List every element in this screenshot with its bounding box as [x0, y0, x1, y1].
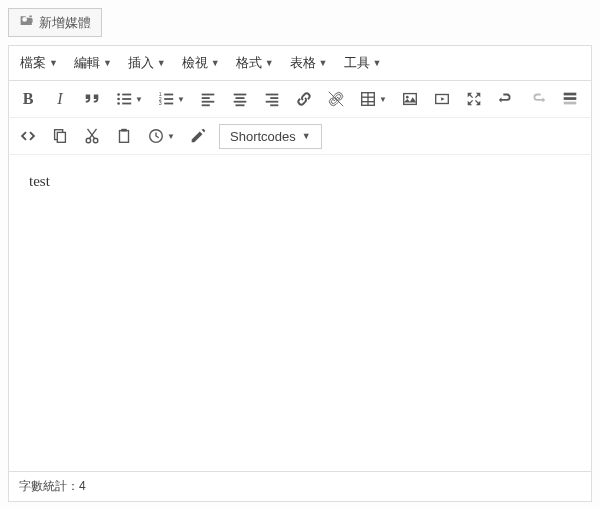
svg-text:3: 3 — [159, 100, 162, 106]
bullet-list-icon — [115, 90, 133, 108]
quote-icon — [83, 90, 101, 108]
camera-music-icon — [19, 13, 35, 32]
svg-rect-31 — [564, 93, 577, 96]
chevron-down-icon: ▼ — [302, 131, 311, 141]
video-icon — [433, 90, 451, 108]
image-icon — [401, 90, 419, 108]
image-button[interactable] — [395, 85, 425, 113]
svg-rect-12 — [202, 94, 215, 96]
svg-rect-38 — [120, 131, 129, 143]
bold-button[interactable]: B — [13, 85, 43, 113]
editor-text: test — [29, 173, 50, 189]
numbered-list-button[interactable]: 123▼ — [151, 85, 191, 113]
editor-content-area[interactable]: test — [8, 154, 592, 472]
svg-rect-19 — [236, 104, 245, 106]
svg-rect-5 — [122, 103, 131, 105]
word-count-value: 4 — [79, 479, 86, 493]
svg-rect-39 — [121, 129, 126, 132]
svg-rect-14 — [202, 101, 215, 103]
fullscreen-icon — [465, 90, 483, 108]
time-button[interactable]: ▼ — [141, 122, 181, 150]
link-button[interactable] — [289, 85, 319, 113]
align-center-button[interactable] — [225, 85, 255, 113]
cut-icon — [83, 127, 101, 145]
svg-point-1 — [117, 98, 120, 101]
svg-rect-21 — [270, 97, 278, 99]
menu-insert[interactable]: 插入▼ — [125, 52, 169, 74]
add-media-label: 新增媒體 — [39, 14, 91, 32]
editor-menubar: 檔案▼ 編輯▼ 插入▼ 檢視▼ 格式▼ 表格▼ 工具▼ — [8, 45, 592, 80]
toolbar-row-2: ▼ Shortcodes ▼ — [8, 117, 592, 154]
source-code-button[interactable] — [13, 122, 43, 150]
menu-table[interactable]: 表格▼ — [287, 52, 331, 74]
menu-format[interactable]: 格式▼ — [233, 52, 277, 74]
svg-rect-15 — [202, 104, 210, 106]
italic-button[interactable]: I — [45, 85, 75, 113]
svg-rect-20 — [266, 94, 279, 96]
svg-rect-23 — [270, 104, 278, 106]
menu-view[interactable]: 檢視▼ — [179, 52, 223, 74]
toolbar-toggle-button[interactable] — [555, 85, 585, 113]
bold-icon: B — [23, 90, 34, 108]
svg-rect-28 — [404, 94, 417, 105]
svg-rect-16 — [234, 94, 247, 96]
copy-button[interactable] — [45, 122, 75, 150]
svg-rect-3 — [122, 94, 131, 96]
paste-icon — [115, 127, 133, 145]
svg-point-36 — [86, 138, 91, 143]
toolbar-row-1: B I ▼ 123▼ ▼ — [8, 80, 592, 117]
shortcodes-label: Shortcodes — [230, 129, 296, 144]
add-media-button[interactable]: 新增媒體 — [8, 8, 102, 37]
svg-rect-13 — [202, 97, 210, 99]
table-icon — [359, 90, 377, 108]
svg-point-2 — [117, 102, 120, 105]
svg-rect-32 — [564, 97, 577, 100]
menu-tools[interactable]: 工具▼ — [341, 52, 385, 74]
blockquote-button[interactable] — [77, 85, 107, 113]
code-icon — [19, 127, 37, 145]
align-right-button[interactable] — [257, 85, 287, 113]
undo-icon — [497, 90, 515, 108]
word-count-label: 字數統計： — [19, 479, 79, 493]
align-left-button[interactable] — [193, 85, 223, 113]
svg-rect-33 — [564, 102, 577, 105]
bullet-list-button[interactable]: ▼ — [109, 85, 149, 113]
edit-button[interactable] — [183, 122, 213, 150]
svg-rect-11 — [164, 103, 173, 105]
paste-button[interactable] — [109, 122, 139, 150]
clock-icon — [147, 127, 165, 145]
svg-rect-35 — [57, 132, 65, 142]
shortcodes-button[interactable]: Shortcodes ▼ — [219, 124, 322, 149]
svg-rect-18 — [234, 101, 247, 103]
menu-file[interactable]: 檔案▼ — [17, 52, 61, 74]
redo-button[interactable] — [523, 85, 553, 113]
svg-point-29 — [406, 96, 409, 99]
numbered-list-icon: 123 — [157, 90, 175, 108]
svg-rect-9 — [164, 94, 173, 96]
align-left-icon — [199, 90, 217, 108]
svg-point-0 — [117, 93, 120, 96]
menu-edit[interactable]: 編輯▼ — [71, 52, 115, 74]
copy-icon — [51, 127, 69, 145]
svg-point-37 — [93, 138, 98, 143]
unlink-icon — [327, 90, 345, 108]
undo-button[interactable] — [491, 85, 521, 113]
svg-rect-10 — [164, 98, 173, 100]
unlink-button[interactable] — [321, 85, 351, 113]
svg-rect-4 — [122, 98, 131, 100]
status-bar: 字數統計：4 — [8, 472, 592, 502]
redo-icon — [529, 90, 547, 108]
italic-icon: I — [57, 90, 62, 108]
align-center-icon — [231, 90, 249, 108]
pencil-icon — [189, 127, 207, 145]
align-right-icon — [263, 90, 281, 108]
toolbar-toggle-icon — [561, 90, 579, 108]
video-button[interactable] — [427, 85, 457, 113]
svg-rect-22 — [266, 101, 279, 103]
fullscreen-button[interactable] — [459, 85, 489, 113]
cut-button[interactable] — [77, 122, 107, 150]
table-button[interactable]: ▼ — [353, 85, 393, 113]
link-icon — [295, 90, 313, 108]
svg-rect-17 — [236, 97, 245, 99]
